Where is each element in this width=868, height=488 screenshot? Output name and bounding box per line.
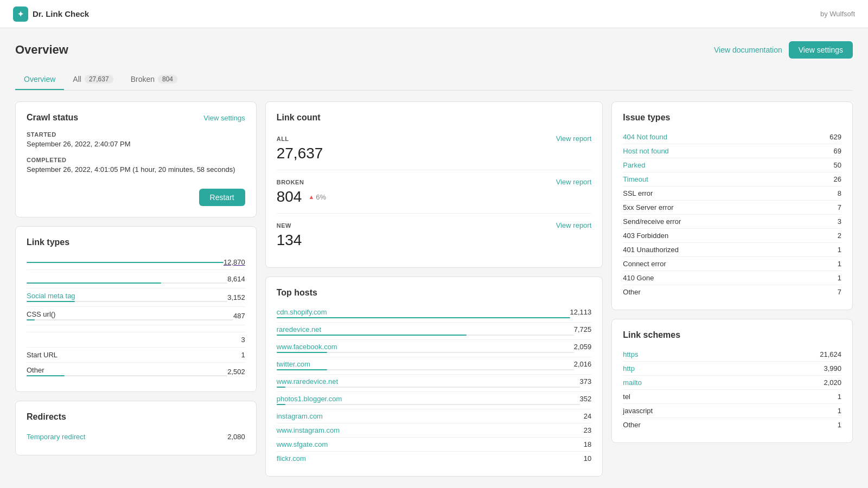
arrow-up-icon: ▲ [308, 194, 314, 200]
link-type-value: 3 [241, 336, 245, 344]
issue-label[interactable]: 404 Not found [623, 133, 667, 141]
scheme-value: 1 [838, 407, 841, 415]
scheme-label: javascript [623, 407, 653, 415]
issue-types-card: Issue types 404 Not found 629 Host not f… [611, 101, 853, 310]
link-type-label[interactable]: Social meta tag [27, 292, 75, 300]
link-type-row: </span> </div> <span class="item-value" … [27, 325, 245, 332]
issue-row: SSL error 8 [623, 187, 841, 201]
scheme-label: Other [623, 421, 641, 429]
host-name[interactable]: cdn.shopify.com [277, 308, 327, 316]
tab-all-badge: 27,637 [85, 75, 113, 84]
scheme-row: http 3,990 [623, 362, 841, 376]
scheme-label[interactable]: mailto [623, 378, 642, 387]
link-schemes-title: Link schemes [623, 330, 841, 340]
issue-row: 404 Not found 629 [623, 130, 841, 144]
completed-label: COMPLETED [27, 157, 245, 163]
host-value: 2,059 [574, 343, 592, 354]
tab-broken[interactable]: Broken 804 [122, 69, 186, 90]
view-documentation-button[interactable]: View documentation [714, 46, 782, 54]
issue-label: SSL error [623, 189, 653, 197]
metric-all-label: ALL [277, 136, 289, 142]
issue-row: 403 Forbidden 2 [623, 229, 841, 243]
left-column: Crawl status View settings STARTED Septe… [15, 101, 257, 455]
link-type-value: 8,614 [227, 275, 245, 283]
scheme-label: tel [623, 393, 630, 401]
host-value: 2,016 [574, 360, 592, 371]
host-row: cdn.shopify.com 12,113 [277, 305, 592, 323]
host-name[interactable]: raredevice.net [277, 325, 321, 333]
host-value: 24 [584, 412, 591, 420]
tab-all[interactable]: All 27,637 [64, 69, 122, 90]
logo: ✦ Dr. Link Check [13, 7, 89, 22]
issue-value: 2 [838, 232, 841, 240]
top-hosts-list: cdn.shopify.com 12,113 raredevice.net 7,… [277, 305, 592, 465]
issue-row: Host not found 69 [623, 144, 841, 158]
issue-row: Timeout 26 [623, 172, 841, 187]
metric-new: NEW View report 134 [277, 214, 592, 256]
metric-broken-value: 804 [277, 188, 302, 206]
top-hosts-card: Top hosts cdn.shopify.com 12,113 raredev… [265, 277, 603, 477]
host-name[interactable]: twitter.com [277, 360, 310, 368]
issue-value: 69 [834, 147, 841, 155]
link-count-card: Link count ALL View report 27,637 BROKEN… [265, 101, 603, 268]
host-row: www.raredevice.net 373 [277, 375, 592, 392]
issue-label[interactable]: Parked [623, 161, 645, 169]
issue-label: Connect error [623, 260, 666, 268]
right-column: Issue types 404 Not found 629 Host not f… [611, 101, 853, 443]
tab-overview[interactable]: Overview [15, 69, 64, 90]
crawl-status-header: Crawl status View settings [27, 113, 245, 123]
scheme-value: 2,020 [824, 378, 841, 387]
scheme-label[interactable]: http [623, 364, 635, 373]
host-row: flickr.com 10 [277, 452, 592, 465]
issue-row: Parked 50 [623, 158, 841, 172]
redirect-row: Temporary redirect 2,080 [27, 429, 245, 444]
link-type-row: Other 2,502 [27, 363, 245, 381]
crawl-status-title: Crawl status [27, 113, 78, 123]
issue-row: Send/receive error 3 [623, 215, 841, 229]
link-type-label: Other [27, 366, 44, 374]
header: ✦ Dr. Link Check by Wulfsoft [0, 0, 868, 28]
link-type-value: 2,502 [227, 368, 245, 376]
metric-broken-label: BROKEN [277, 179, 304, 185]
issue-label: 410 Gone [623, 274, 654, 282]
link-schemes-list: https 21,624 http 3,990 mailto 2,020 tel… [623, 348, 841, 432]
host-name[interactable]: www.sfgate.com [277, 440, 328, 448]
issue-value: 1 [838, 274, 841, 282]
link-schemes-card: Link schemes https 21,624 http 3,990 mai… [611, 319, 853, 443]
link-type-value: 487 [233, 312, 245, 320]
main-grid: Crawl status View settings STARTED Septe… [15, 101, 853, 477]
link-type-value: 3,152 [227, 293, 245, 301]
metric-new-report[interactable]: View report [556, 221, 592, 229]
redirect-label[interactable]: Temporary redirect [27, 433, 85, 441]
metric-all-report[interactable]: View report [556, 134, 592, 143]
issue-value: 7 [838, 203, 841, 211]
crawl-status-card: Crawl status View settings STARTED Septe… [15, 101, 257, 217]
link-type-label: Start URL [27, 351, 58, 359]
scheme-row: tel 1 [623, 390, 841, 404]
link-type-label: CSS url() [27, 310, 55, 318]
host-name[interactable]: flickr.com [277, 454, 306, 463]
issue-label[interactable]: Timeout [623, 175, 648, 183]
logo-text: Dr. Link Check [33, 9, 89, 18]
scheme-label[interactable]: https [623, 350, 638, 358]
page-header: Overview View documentation View setting… [15, 41, 853, 59]
view-settings-button[interactable]: View settings [789, 41, 853, 59]
host-name[interactable]: www.facebook.com [277, 343, 337, 351]
host-name[interactable]: instagram.com [277, 412, 323, 420]
issue-label: 5xx Server error [623, 203, 673, 211]
host-row: www.sfgate.com 18 [277, 438, 592, 452]
issue-row: 401 Unauthorized 1 [623, 243, 841, 257]
link-count-title: Link count [277, 113, 592, 123]
metric-broken-report[interactable]: View report [556, 178, 592, 186]
host-name[interactable]: photos1.blogger.com [277, 395, 342, 403]
host-name[interactable]: www.instagram.com [277, 426, 340, 434]
link-types-card: Link types 12,870 8,614 Social meta tag … [15, 226, 257, 392]
restart-button[interactable]: Restart [199, 189, 245, 206]
crawl-view-settings-link[interactable]: View settings [203, 114, 245, 122]
issue-label[interactable]: Host not found [623, 147, 669, 155]
host-value: 7,725 [574, 325, 592, 337]
link-types-title: Link types [27, 237, 245, 247]
metric-broken-header: BROKEN View report [277, 178, 592, 186]
tabs: Overview All 27,637 Broken 804 [15, 69, 853, 91]
host-name[interactable]: www.raredevice.net [277, 377, 338, 386]
